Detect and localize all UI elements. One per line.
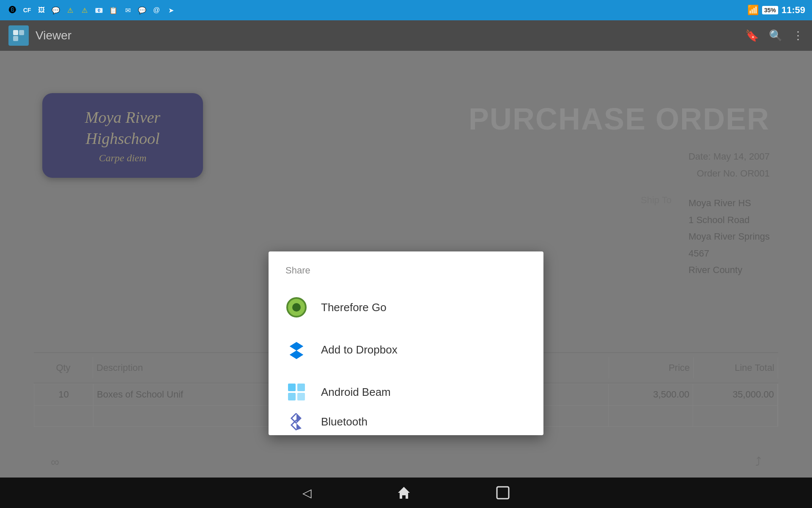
note-icon: 📋: [107, 4, 119, 16]
app-bar: Viewer 🔖 🔍 ⋮: [0, 20, 812, 51]
svg-marker-4: [290, 342, 303, 351]
dropbox-label: Add to Dropbox: [321, 343, 398, 356]
bluetooth-label: Bluetooth: [321, 415, 368, 428]
share-item-bluetooth[interactable]: Bluetooth: [269, 413, 543, 435]
cf-icon: CF: [21, 4, 33, 16]
battery-indicator: 35%: [762, 6, 778, 14]
nav-back-button[interactable]: ◁: [302, 486, 312, 500]
svg-rect-6: [288, 384, 296, 391]
therefore-go-label: Therefore Go: [321, 301, 387, 314]
status-bar: 🅖 CF 🖼 💬 ⚠ ⚠ 📧 📋 ✉ 💬 @ ➤ 📶 35% 11:59: [0, 0, 812, 20]
alert-icon-1: ⚠: [64, 4, 76, 16]
nav-home-button[interactable]: [396, 485, 411, 500]
mail-icon-2: ✉: [122, 4, 134, 16]
more-options-icon[interactable]: ⋮: [793, 29, 804, 42]
nav-recent-button[interactable]: [496, 486, 510, 500]
android-beam-label: Android Beam: [321, 386, 391, 399]
android-beam-icon: [285, 381, 307, 403]
dropbox-icon: [285, 339, 307, 361]
share-dialog-title: Share: [269, 265, 543, 286]
app-title: Viewer: [36, 29, 745, 42]
svg-rect-2: [13, 36, 18, 41]
app-bar-actions: 🔖 🔍 ⋮: [745, 29, 804, 42]
img-icon: 🖼: [36, 4, 47, 16]
clock: 11:59: [782, 5, 805, 16]
share-item-android-beam[interactable]: Android Beam: [269, 371, 543, 413]
svg-rect-1: [19, 30, 24, 35]
bookmark-icon[interactable]: 🔖: [745, 29, 759, 42]
msg-icon-2: 💬: [136, 4, 148, 16]
app-icon[interactable]: [8, 25, 29, 46]
alert-icon-2: ⚠: [79, 4, 91, 16]
mail-icon: 📧: [93, 4, 105, 16]
arrow-icon: ➤: [165, 4, 177, 16]
svg-rect-9: [297, 393, 305, 400]
share-item-therefore-go[interactable]: Therefore Go: [269, 286, 543, 329]
nav-bar: ◁: [0, 478, 812, 508]
therefore-go-icon: [285, 296, 307, 318]
svg-rect-0: [13, 30, 18, 35]
g-icon: 🅖: [7, 4, 19, 16]
msg-icon: 💬: [50, 4, 62, 16]
svg-rect-10: [497, 487, 509, 499]
status-right: 📶 35% 11:59: [747, 5, 805, 16]
svg-rect-7: [297, 384, 305, 391]
at-icon: @: [151, 4, 162, 16]
svg-marker-5: [290, 351, 303, 359]
share-item-dropbox[interactable]: Add to Dropbox: [269, 329, 543, 371]
search-icon[interactable]: 🔍: [769, 29, 782, 42]
status-icons: 🅖 CF 🖼 💬 ⚠ ⚠ 📧 📋 ✉ 💬 @ ➤: [7, 4, 177, 16]
wifi-icon: 📶: [747, 5, 759, 16]
share-dialog: Share Therefore Go Add to Dropbox: [269, 251, 543, 435]
document-area: Moya RiverHighschool Carpe diem PURCHASE…: [0, 51, 812, 478]
svg-rect-8: [288, 393, 296, 400]
bluetooth-icon: [285, 413, 307, 433]
